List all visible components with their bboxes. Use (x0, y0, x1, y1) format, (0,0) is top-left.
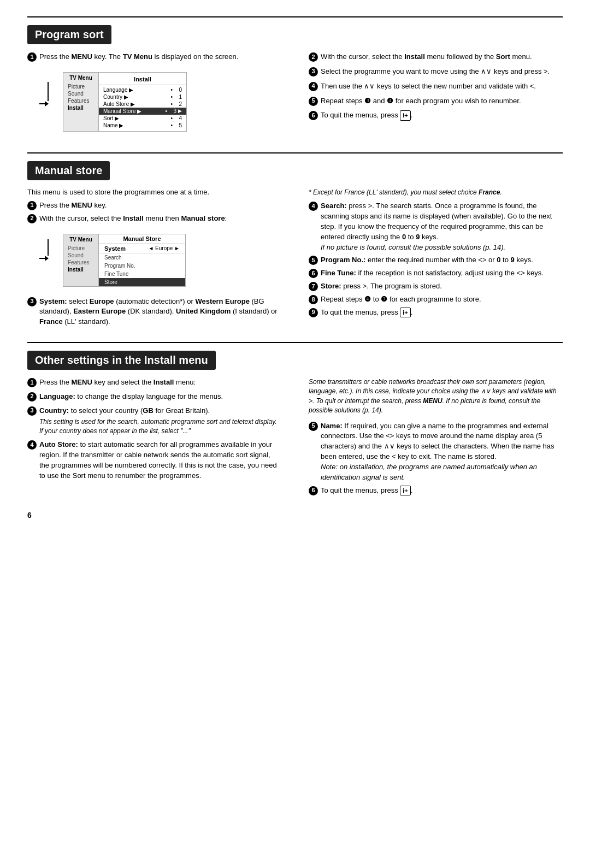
ps-diagram-right: Install Language ▶•0 Country ▶•1 Auto St… (99, 73, 186, 131)
ms-step1-num: 1 (27, 201, 37, 210)
ms-system-row: System ◄ Europe ► (99, 244, 185, 253)
ps-menu-features: Features (68, 97, 94, 104)
ms-finetune-bold: Fine Tune: (321, 269, 356, 277)
ms-menu-sound: Sound (68, 252, 94, 259)
ps-step5: 5 Repeat steps ❸ and ❹ for each program … (309, 96, 563, 107)
os-country-bold: Country: (39, 406, 69, 415)
os-step1-content: Press the MENU key and select the Instal… (39, 377, 281, 388)
ms-step4-content: Search: press >. The search starts. Once… (321, 201, 563, 252)
ps-menu-sound: Sound (68, 90, 94, 97)
ms-step3: 3 System: select Europe (automatic detec… (27, 297, 281, 328)
os-step5-num: 5 (309, 422, 318, 431)
ms-info-key: i+ (400, 308, 410, 317)
ms-arrow-h (39, 258, 45, 259)
ms-step9-content: To quit the menus, press i+. (321, 308, 563, 318)
manual-store-section: Manual store This menu is used to store … (27, 152, 563, 331)
ms-system-label: System (104, 245, 148, 252)
os-name-bold: Name: (321, 422, 343, 430)
ps-step4-content: Then use the ∧∨ keys to select the new n… (321, 81, 563, 92)
ps-step1-num: 1 (27, 52, 37, 62)
os-transmitter-note: Some transmitters or cable networks broa… (309, 377, 563, 416)
ms-intro: This menu is used to store the programme… (27, 188, 281, 196)
ms-menu-key: MENU (72, 201, 92, 209)
ms-9-key: 9 (416, 233, 420, 241)
ms-step1-content: Press the MENU key. (39, 200, 281, 211)
ms-step7: 7 Store: press >. The program is stored. (309, 281, 563, 292)
program-sort-left: 1 Press the MENU key. The TV Menu is dis… (27, 52, 287, 141)
ps-menu-install: Install (68, 104, 94, 111)
ms-step8-content: Repeat steps ❹ to ❼ for each programme t… (321, 294, 563, 305)
ms-system-bold: System: (39, 297, 67, 305)
ms-right-title: Manual Store (99, 234, 185, 244)
ps-step4: 4 Then use the ∧∨ keys to select the new… (309, 81, 563, 92)
ps-menu-key: MENU (72, 52, 92, 61)
ms-step4: 4 Search: press >. The search starts. On… (309, 201, 563, 252)
ps-diagram-left: TV Menu Picture Sound Features Install (63, 73, 99, 131)
manual-store-right: * Except for France (LL' standard), you … (303, 188, 563, 331)
ms-except-france: France (479, 188, 500, 196)
os-step4-num: 4 (27, 440, 37, 450)
os-step1-num: 1 (27, 378, 37, 387)
ps-row-manualstore: Manual Store ▶•3 ▶ (99, 108, 186, 115)
ms-diagram: TV Menu Picture Sound Features Install M… (63, 234, 186, 287)
os-step5: 5 Name: If required, you can give a name… (309, 421, 563, 483)
ms-arrow-vert (48, 239, 49, 256)
os-menu-key: MENU (72, 378, 92, 386)
ps-step6: 6 To quit the menus, press i+. (309, 110, 563, 121)
ms-weurope: Western Europe (195, 297, 249, 305)
ms-step8-b7: ❼ (381, 295, 387, 303)
ms-step9: 9 To quit the menus, press i+. (309, 308, 563, 318)
ms-step2-content: With the cursor, select the Install menu… (39, 214, 281, 224)
ps-step4-num: 4 (309, 82, 318, 91)
ms-step5-content: Program No.: enter the required number w… (321, 255, 563, 265)
ms-step8-b4: ❹ (364, 295, 371, 303)
ms-manualstore-bold: Manual store (181, 214, 225, 222)
os-step4: 4 Auto Store: to start automatic search … (27, 440, 281, 481)
ps-diagram-right-title: Install (99, 75, 186, 85)
page-number: 6 (27, 511, 563, 519)
ms-item-progno: Program No. (99, 262, 185, 270)
ms-uk: United Kingdom (176, 307, 231, 315)
ps-row-country: Country ▶•1 (99, 93, 186, 101)
ms-step4-num: 4 (309, 202, 318, 211)
ms-step9-num: 9 (309, 308, 318, 317)
ps-diagram-arrow (39, 82, 49, 107)
ps-info-key: i+ (400, 110, 410, 120)
ps-step2-content: With the cursor, select the Install menu… (321, 52, 563, 62)
ms-step6-num: 6 (309, 269, 318, 278)
other-settings-title: Other settings in the Install menu (27, 351, 216, 370)
os-step3: 3 Country: to select your country (GB fo… (27, 406, 281, 416)
ms-arrow (39, 239, 49, 261)
ps-diagram-left-title: TV Menu (68, 75, 94, 81)
ms-item-store: Store (99, 278, 185, 286)
ps-step3-content: Select the programme you want to move us… (321, 67, 563, 77)
os-step3-num: 3 (27, 406, 37, 416)
other-settings-content: 1 Press the MENU key and select the Inst… (27, 377, 563, 499)
manual-store-title: Manual store (27, 161, 110, 180)
ps-step3: 3 Select the programme you want to move … (309, 67, 563, 77)
ms-step8-num: 8 (309, 295, 318, 304)
program-sort-title: Program sort (27, 25, 111, 44)
ms-arrow-horiz (39, 256, 49, 261)
ms-step2-num: 2 (27, 214, 37, 223)
ps-step1-content: Press the MENU key. The TV Menu is displ… (39, 52, 281, 62)
ms-0bold: 0 (497, 256, 500, 264)
ms-step1: 1 Press the MENU key. (27, 200, 281, 211)
ms-step8: 8 Repeat steps ❹ to ❼ for each programme… (309, 294, 563, 305)
program-sort-content: 1 Press the MENU key. The TV Menu is dis… (27, 52, 563, 141)
ms-9bold: 9 (511, 256, 515, 264)
os-step2-num: 2 (27, 392, 37, 401)
os-step5-content: Name: If required, you can give a name t… (321, 421, 563, 483)
ms-europe: Europe (90, 297, 114, 305)
manual-store-content: This menu is used to store the programme… (27, 188, 563, 331)
ms-diagram-right: Manual Store System ◄ Europe ► Search Pr… (98, 234, 186, 287)
ms-left-title: TV Menu (68, 237, 94, 243)
ms-step6: 6 Fine Tune: if the reception is not sat… (309, 268, 563, 279)
arrow-h-line (39, 103, 45, 104)
ms-install-bold: Install (123, 214, 144, 222)
os-gb: GB (143, 406, 154, 415)
os-info-key: i+ (400, 486, 410, 495)
ps-step1: 1 Press the MENU key. The TV Menu is dis… (27, 52, 281, 62)
os-step2-content: Language: to change the display language… (39, 392, 281, 402)
os-install-bold: Install (154, 378, 174, 386)
